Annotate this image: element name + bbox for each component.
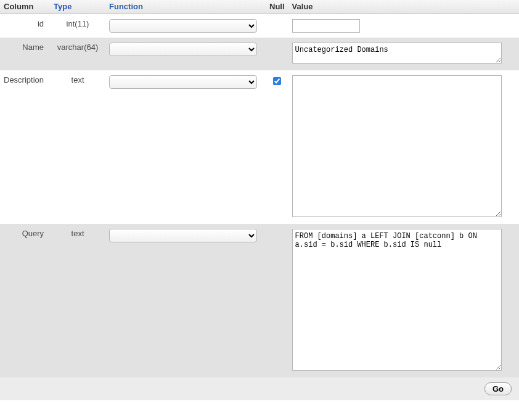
- function-select[interactable]: [109, 19, 257, 33]
- null-cell: [266, 38, 288, 70]
- function-cell: [105, 14, 266, 38]
- value-input[interactable]: [292, 19, 360, 33]
- header-type[interactable]: Type: [50, 0, 105, 14]
- column-type: int(11): [50, 14, 105, 38]
- header-null: Null: [266, 0, 288, 14]
- value-cell: [288, 70, 519, 224]
- column-type: text: [50, 70, 105, 224]
- column-type: text: [50, 224, 105, 377]
- column-name: Name: [0, 38, 50, 70]
- table-row: Namevarchar(64): [0, 38, 519, 70]
- null-cell: [266, 70, 288, 224]
- go-button[interactable]: Go: [484, 382, 512, 395]
- column-name: Query: [0, 224, 50, 377]
- header-function[interactable]: Function: [105, 0, 266, 14]
- column-name: id: [0, 14, 50, 38]
- null-cell: [266, 14, 288, 38]
- function-cell: [105, 38, 266, 70]
- function-cell: [105, 224, 266, 377]
- column-type: varchar(64): [50, 38, 105, 70]
- value-textarea[interactable]: [292, 43, 502, 64]
- table-row: Querytext: [0, 224, 519, 377]
- value-textarea[interactable]: [292, 229, 502, 371]
- header-row: Column Type Function Null Value: [0, 0, 519, 14]
- column-name: Description: [0, 70, 50, 224]
- value-cell: [288, 14, 519, 38]
- value-cell: [288, 38, 519, 70]
- function-select[interactable]: [109, 43, 257, 56]
- table-row: Descriptiontext: [0, 70, 519, 224]
- function-select[interactable]: [109, 229, 257, 242]
- table-row: idint(11): [0, 14, 519, 38]
- header-value: Value: [288, 0, 519, 14]
- function-select[interactable]: [109, 75, 257, 89]
- function-cell: [105, 70, 266, 224]
- null-cell: [266, 224, 288, 377]
- insert-form-table: Column Type Function Null Value idint(11…: [0, 0, 519, 400]
- null-checkbox[interactable]: [273, 77, 281, 85]
- header-column: Column: [0, 0, 50, 14]
- value-cell: [288, 224, 519, 377]
- value-textarea[interactable]: [292, 75, 502, 217]
- footer-row: Go: [0, 377, 519, 400]
